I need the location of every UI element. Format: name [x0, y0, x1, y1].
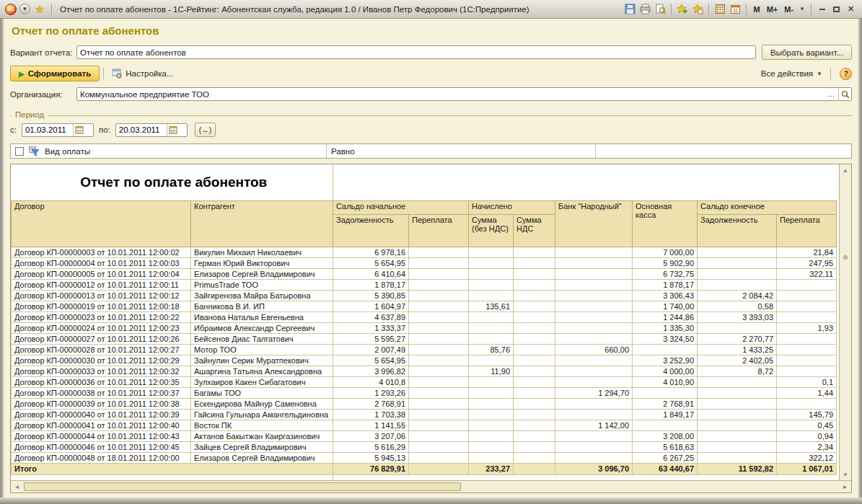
cell-value[interactable] — [409, 257, 469, 268]
cell-value[interactable] — [514, 366, 555, 376]
titlebar-more-icon[interactable]: ▼ — [798, 6, 806, 12]
scroll-down-icon[interactable]: ▼ — [840, 469, 851, 480]
cell-value[interactable] — [409, 398, 469, 409]
favorites-star-icon[interactable]: ★ — [33, 3, 46, 16]
cell-value[interactable] — [555, 430, 633, 441]
save-icon[interactable] — [623, 3, 636, 16]
cell-value[interactable] — [409, 268, 469, 279]
cell-value[interactable] — [698, 322, 777, 333]
cell-dogovor[interactable]: Договор КП-00000044 от 10.01.2011 12:00:… — [12, 430, 191, 441]
col-bank[interactable]: Банк "Народный" — [555, 200, 633, 247]
cell-dogovor[interactable]: Договор КП-00000024 от 10.01.2011 12:00:… — [12, 322, 191, 333]
cell-value[interactable] — [409, 355, 469, 366]
cell-value[interactable]: 1,93 — [777, 322, 837, 333]
cell-value[interactable]: 5 654,95 — [333, 257, 409, 268]
cell-value[interactable]: 1 703,38 — [333, 409, 409, 420]
table-row[interactable]: Договор КП-00000044 от 10.01.2011 12:00:… — [12, 430, 837, 441]
cell-dogovor[interactable]: Договор КП-00000028 от 10.01.2011 12:00:… — [12, 344, 191, 355]
cell-value[interactable] — [698, 398, 777, 409]
cell-value[interactable] — [469, 322, 514, 333]
cell-value[interactable] — [469, 279, 514, 290]
cell-value[interactable] — [409, 387, 469, 398]
period-from-input[interactable] — [22, 125, 73, 134]
col-overpay-end[interactable]: Переплата — [777, 214, 837, 247]
cell-value[interactable] — [777, 355, 837, 366]
cell-dogovor[interactable]: Договор КП-00000027 от 10.01.2011 12:00:… — [12, 333, 191, 344]
table-row[interactable]: Договор КП-00000040 от 10.01.2011 12:00:… — [12, 409, 837, 420]
cell-value[interactable]: 8,72 — [698, 366, 777, 376]
cell-value[interactable] — [777, 301, 837, 311]
cell-dogovor[interactable]: Договор КП-00000046 от 10.01.2011 12:00:… — [12, 441, 191, 452]
cell-value[interactable] — [409, 441, 469, 452]
cell-value[interactable] — [698, 376, 777, 387]
col-sum-no-vat[interactable]: Сумма (без НДС) — [469, 214, 514, 247]
cell-value[interactable] — [698, 257, 777, 268]
cell-value[interactable]: 1 142,00 — [555, 420, 633, 430]
cell-value[interactable]: 3 393,03 — [698, 311, 777, 322]
cell-value[interactable] — [555, 333, 633, 344]
cell-value[interactable] — [555, 257, 633, 268]
cell-value[interactable]: 1 141,55 — [333, 420, 409, 430]
cell-kontragent[interactable]: Зайгиренова Майра Батыровна — [191, 290, 333, 301]
period-to-input[interactable] — [116, 125, 167, 134]
settings-button[interactable]: Настройка... — [107, 66, 177, 81]
cell-value[interactable]: 1 335,30 — [633, 322, 698, 333]
cell-kontragent[interactable]: Бейсенов Диас Талгатович — [191, 333, 333, 344]
cell-dogovor[interactable]: Договор КП-00000003 от 10.01.2011 12:00:… — [12, 247, 191, 257]
generate-button[interactable]: ▶ Сформировать — [10, 66, 100, 81]
cell-value[interactable]: 2 084,42 — [698, 290, 777, 301]
cell-value[interactable]: 3 324,50 — [633, 333, 698, 344]
filter-checkbox[interactable] — [15, 147, 24, 156]
cell-kontragent[interactable]: Гайсина Гульнара Амангельдиновна — [191, 409, 333, 420]
scroll-thumb[interactable] — [24, 482, 461, 491]
cell-value[interactable] — [514, 290, 555, 301]
cell-value[interactable]: 4 637,89 — [333, 311, 409, 322]
cell-dogovor[interactable]: Договор КП-00000005 от 10.01.2011 12:00:… — [12, 268, 191, 279]
cell-value[interactable]: 1 333,37 — [333, 322, 409, 333]
cell-value[interactable]: 3 252,90 — [633, 355, 698, 366]
col-dogovor[interactable]: Договор — [12, 200, 191, 247]
cell-value[interactable]: 11,90 — [469, 366, 514, 376]
cell-kontragent[interactable]: Багамы ТОО — [191, 387, 333, 398]
cell-value[interactable]: 2,34 — [777, 441, 837, 452]
cell-value[interactable] — [514, 257, 555, 268]
table-row[interactable]: Договор КП-00000003 от 10.01.2011 12:00:… — [12, 247, 837, 257]
choose-variant-button[interactable]: Выбрать вариант... — [762, 45, 852, 60]
cell-value[interactable] — [469, 333, 514, 344]
cell-dogovor[interactable]: Договор КП-00000048 от 18.01.2011 12:00:… — [12, 452, 191, 463]
filter-condition[interactable]: Равно — [327, 144, 596, 158]
cell-value[interactable] — [698, 387, 777, 398]
cell-value[interactable] — [409, 344, 469, 355]
cell-value[interactable]: 660,00 — [555, 344, 633, 355]
cell-value[interactable] — [514, 430, 555, 441]
cell-value[interactable] — [469, 355, 514, 366]
table-row[interactable]: Договор КП-00000046 от 10.01.2011 12:00:… — [12, 441, 837, 452]
cell-kontragent[interactable]: Восток ПК — [191, 420, 333, 430]
add-favorite-icon[interactable] — [676, 3, 689, 16]
cell-value[interactable] — [555, 409, 633, 420]
cell-value[interactable]: 1 878,17 — [633, 279, 698, 290]
col-saldo-end[interactable]: Сальдо конечное — [698, 200, 837, 214]
table-row[interactable]: Договор КП-00000041 от 10.01.2011 12:00:… — [12, 420, 837, 430]
cell-value[interactable] — [409, 301, 469, 311]
table-row[interactable]: Договор КП-00000038 от 10.01.2011 12:00:… — [12, 387, 837, 398]
cell-value[interactable]: 3 306,43 — [633, 290, 698, 301]
cell-kontragent[interactable]: Иванова Наталья Евгеньевна — [191, 311, 333, 322]
cell-value[interactable]: 6 732,75 — [633, 268, 698, 279]
cell-value[interactable] — [777, 344, 837, 355]
table-row[interactable]: Договор КП-00000012 от 10.01.2011 12:00:… — [12, 279, 837, 290]
cell-value[interactable] — [514, 452, 555, 463]
cell-value[interactable]: 21,84 — [777, 247, 837, 257]
cell-kontragent[interactable]: Зулхаиров Какен Сибагатович — [191, 376, 333, 387]
cell-value[interactable] — [514, 322, 555, 333]
table-row[interactable]: Договор КП-00000028 от 10.01.2011 12:00:… — [12, 344, 837, 355]
cell-kontragent[interactable]: Мотор ТОО — [191, 344, 333, 355]
cell-value[interactable] — [555, 322, 633, 333]
col-kontragent[interactable]: Контрагент — [191, 200, 333, 247]
horizontal-scrollbar[interactable]: ◄ ► — [11, 480, 851, 492]
cell-value[interactable] — [514, 409, 555, 420]
cell-value[interactable]: 4 010,8 — [333, 376, 409, 387]
cell-value[interactable] — [633, 387, 698, 398]
cell-value[interactable]: 0,94 — [777, 430, 837, 441]
cell-value[interactable] — [555, 290, 633, 301]
